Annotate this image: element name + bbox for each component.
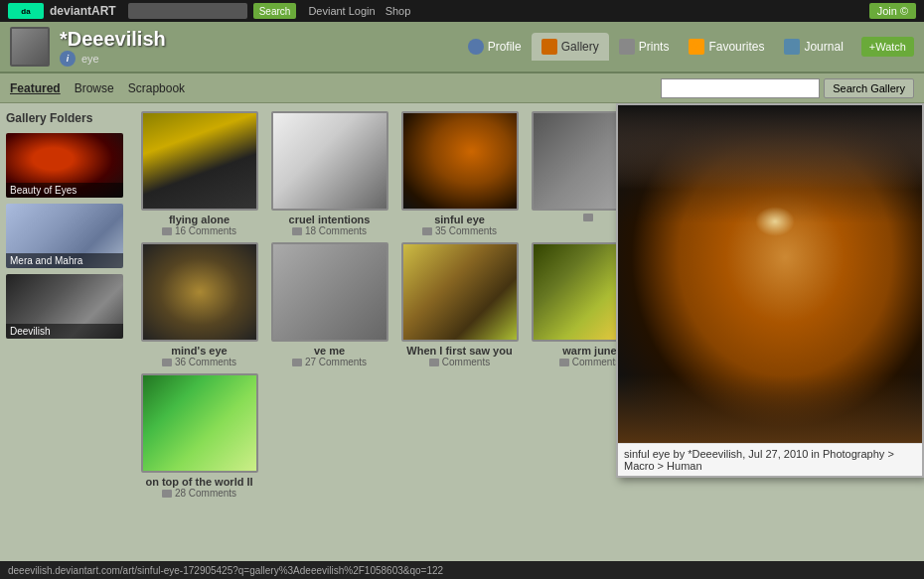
tab-favourites-label: Favourites [708,40,764,54]
gallery-main: flying alone 16 Comments cruel intention… [129,103,924,579]
gallery-item-ve-me[interactable]: ve me 27 Comments [267,242,391,367]
comments-cruel-intentions: 18 Comments [292,225,367,236]
thumb-sinful-eye [401,111,519,211]
folder-deevilish[interactable]: Deevilish [6,274,123,339]
comment-icon [292,227,302,235]
comments-minds-eye: 36 Comments [162,357,236,367]
thumb-on-top [141,373,258,473]
title-flying-alone: flying alone [169,214,230,225]
gallery-search-bar: Search Gallery [661,78,914,98]
tab-gallery-label: Gallery [561,40,599,54]
gallery-item-first-saw[interactable]: When I first saw you Comments [397,242,522,367]
tab-gallery[interactable]: Gallery [532,33,609,61]
eye-highlight [755,207,795,236]
gallery-item-sinful-eye[interactable]: sinful eye 35 Comments [397,111,522,236]
popup-eye-image [618,105,922,443]
favs-tab-icon: ★ [689,39,704,55]
site-name: deviantART [50,4,116,18]
comments-warm-june: Comments [559,357,620,367]
prints-tab-icon [619,39,635,55]
subnav: Featured Browse Scrapbook Search Gallery [0,73,924,103]
folder-beauty-thumb: Beauty of Eyes [6,133,123,198]
eye-lashes [618,105,922,223]
title-ve-me: ve me [314,345,345,357]
tab-profile[interactable]: Profile [458,33,532,61]
comment-icon [162,227,172,235]
topbar-nav: Deviant Login Shop [308,5,410,17]
comment-icon [292,359,302,366]
profilebar: *Deeevilish i eye Profile Gallery Prints… [0,22,924,73]
gallery-item-minds-eye[interactable]: mind's eye 36 Comments [137,242,261,367]
subnav-scrapbook[interactable]: Scrapbook [128,81,185,95]
folder-mera-label: Mera and Mahra [6,253,123,268]
comments-on-top: 28 Comments [162,488,236,499]
comments-col4 [583,214,596,221]
thumb-flying-alone [141,111,258,211]
info-icon[interactable]: i [60,51,76,67]
tab-profile-label: Profile [488,40,522,54]
sidebar-title: Gallery Folders [6,111,123,125]
tab-favourites[interactable]: ★ Favourites [679,33,774,61]
gallery-item-on-top[interactable]: on top of the world II 28 Comments [137,373,261,499]
topbar: da deviantART Search Deviant Login Shop … [0,0,924,22]
gallery-tab-icon [541,39,557,55]
tab-prints[interactable]: Prints [609,33,680,61]
tab-prints-label: Prints [639,40,670,54]
profile-sub: eye [81,53,99,65]
topbar-search-button[interactable]: Search [253,3,297,19]
thumb-minds-eye [141,242,258,342]
deviantart-logo: da [8,3,44,19]
subnav-browse[interactable]: Browse [75,81,114,95]
comment-icon [559,359,569,366]
folder-deevilish-thumb: Deevilish [6,274,123,339]
profile-name: *Deeevilish [60,28,166,51]
tab-journal[interactable]: Journal [774,33,852,61]
content-area: Gallery Folders Beauty of Eyes Mera and … [0,103,924,579]
topbar-search-input[interactable] [128,3,247,19]
comment-icon [162,359,172,366]
profile-sub-row: i eye [60,51,166,67]
avatar [10,27,50,67]
gallery-search-button[interactable]: Search Gallery [824,78,914,98]
shop-link[interactable]: Shop [385,5,411,17]
tab-journal-label: Journal [804,40,843,54]
comment-icon [583,214,593,221]
avatar-image [12,29,48,65]
folder-beauty-label: Beauty of Eyes [6,183,123,198]
artwork-popup: sinful eye by *Deeevilish, Jul 27, 2010 … [616,103,924,478]
folder-beauty-of-eyes[interactable]: Beauty of Eyes [6,133,123,198]
watch-button[interactable]: +Watch [861,37,914,57]
title-cruel-intentions: cruel intentions [289,214,371,225]
gallery-item-flying-alone[interactable]: flying alone 16 Comments [137,111,261,236]
folder-mera-and-mahra[interactable]: Mera and Mahra [6,204,123,268]
folder-deevilish-label: Deevilish [6,324,123,339]
gallery-item-cruel-intentions[interactable]: cruel intentions 18 Comments [267,111,391,236]
sidebar: Gallery Folders Beauty of Eyes Mera and … [0,103,129,579]
subnav-featured[interactable]: Featured [10,81,61,95]
title-warm-june: warm june [562,345,616,357]
thumb-first-saw [401,242,519,342]
eye-lower [618,375,922,443]
statusbar-url: deeevilish.deviantart.com/art/sinful-eye… [8,565,443,576]
title-on-top: on top of the world II [145,476,252,488]
gallery-search-input[interactable] [661,78,820,98]
statusbar: deeevilish.deviantart.com/art/sinful-eye… [0,561,924,579]
deviant-login-link[interactable]: Deviant Login [308,5,375,17]
comments-sinful-eye: 35 Comments [422,225,497,236]
comment-icon [429,359,439,366]
folder-mera-thumb: Mera and Mahra [6,204,123,268]
profile-tab-icon [468,39,484,55]
title-minds-eye: mind's eye [171,345,227,357]
thumb-cruel-intentions [271,111,388,211]
thumb-ve-me [271,242,388,342]
join-button[interactable]: Join © [869,3,916,19]
title-first-saw: When I first saw you [406,345,512,357]
title-sinful-eye: sinful eye [434,214,485,225]
popup-image-container [618,105,922,443]
comments-first-saw: Comments [429,357,490,367]
comment-icon [162,490,172,498]
profile-nav-tabs: Profile Gallery Prints ★ Favourites Jour… [458,33,914,61]
popup-caption: sinful eye by *Deeevilish, Jul 27, 2010 … [618,443,922,476]
journal-tab-icon [784,39,800,55]
comments-flying-alone: 16 Comments [162,225,236,236]
